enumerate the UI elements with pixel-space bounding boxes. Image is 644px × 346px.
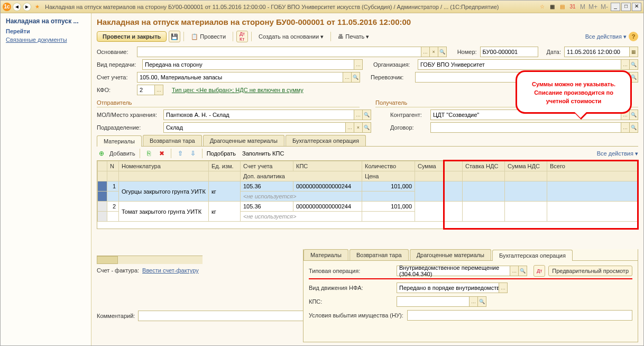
dots-icon[interactable]: … (510, 266, 518, 276)
dots-icon[interactable]: … (621, 60, 629, 69)
tab-return-tare[interactable]: Возвратная тара (143, 135, 202, 146)
lookup-icon[interactable]: 🔍 (629, 60, 638, 69)
date-label: Дата: (547, 49, 561, 55)
restore-button[interactable]: □ (621, 3, 631, 11)
calendar-icon[interactable]: 31 (568, 3, 577, 11)
dtkt-icon[interactable]: ДтКт (236, 31, 248, 42)
add-icon[interactable]: ⊕ (97, 149, 106, 158)
post-button[interactable]: 📋 Провести (187, 31, 229, 42)
basis-input[interactable]: …×🔍 (137, 47, 447, 57)
kps2-input[interactable]: …🔍 (397, 296, 486, 307)
preview-button[interactable]: Предварительный просмотр (548, 266, 632, 276)
tab-precious[interactable]: Драгоценные материалы (203, 135, 284, 146)
dots-icon[interactable]: … (499, 283, 507, 293)
dots-icon[interactable]: … (154, 85, 163, 95)
table-row[interactable]: 1 Огурцы закрытого грунта УИТК кг 105.36… (98, 181, 638, 192)
clear-icon[interactable]: × (429, 47, 438, 57)
invoice-link[interactable]: Ввести счет-фактуру (142, 267, 199, 274)
fav2-icon[interactable]: ☆ (538, 3, 547, 11)
all-actions-link[interactable]: Все действия ▾ (585, 33, 627, 40)
create-based-button[interactable]: Создать на основании ▾ (255, 31, 327, 42)
mol-input[interactable]: Пантюхов А. Н. - Склад…🔍 (163, 110, 371, 120)
m-plus-button[interactable]: M+ (587, 3, 599, 11)
tab-accounting[interactable]: Бухгалтерская операция (286, 135, 366, 146)
lookup-icon[interactable]: 🔍 (362, 123, 371, 132)
contract-input[interactable]: …🔍 (430, 122, 638, 133)
transfer-type-label: Вид передачи: (97, 61, 139, 68)
lookup-icon[interactable]: 🔍 (477, 297, 486, 306)
account-label: Счет учета: (97, 74, 134, 80)
nav-back-icon[interactable]: ◄ (13, 3, 21, 11)
org-input[interactable]: ГОБУ ВПО Университет…🔍 (418, 59, 638, 70)
tool-icon-1[interactable]: ▦ (548, 3, 557, 11)
materials-grid: N Номенклатура Ед. изм. Счет учета КПС К… (97, 160, 638, 229)
help-icon[interactable]: ? (629, 32, 638, 41)
sender-header: Отправитель (97, 99, 360, 107)
calendar-picker-icon[interactable]: ▦ (629, 47, 638, 57)
lookup-icon[interactable]: 🔍 (362, 110, 371, 120)
dtkt2-icon[interactable]: Дт (533, 265, 545, 277)
dept-input[interactable]: Склад…×🔍 (163, 122, 371, 133)
close-button[interactable]: ✕ (632, 3, 641, 11)
transfer-type-input[interactable]: Передача на сторону… (142, 59, 363, 70)
fill-kps-button[interactable]: Заполнить КПС (242, 150, 284, 157)
disposal-input[interactable] (407, 310, 632, 321)
dots-icon[interactable]: … (345, 123, 354, 132)
lookup-icon[interactable]: 🔍 (518, 266, 527, 276)
kfo-input[interactable]: 2… (137, 85, 163, 95)
move-up-icon[interactable]: ⇧ (176, 149, 185, 158)
lower-panel: Материалы Возвратная тара Драгоценные ма… (303, 249, 638, 342)
dots-icon[interactable]: … (354, 60, 362, 69)
nav-fwd-icon[interactable]: ► (23, 3, 31, 11)
org-label: Организация: (373, 61, 415, 68)
table-row[interactable]: 2 Томат закрытого грунта УИТК кг 105.36 … (98, 202, 638, 212)
document-title: Накладная на отпуск материалов на сторон… (97, 17, 638, 26)
delete-icon[interactable]: ✖ (157, 149, 167, 158)
table-all-actions[interactable]: Все действия ▾ (597, 150, 638, 157)
m-button[interactable]: M (578, 3, 587, 11)
copy-icon[interactable]: ⎘ (144, 149, 154, 158)
ltab-precious[interactable]: Драгоценные материалы (410, 249, 491, 260)
basis-label: Основание: (97, 49, 134, 55)
dots-icon[interactable]: … (469, 297, 477, 306)
ltab-tare[interactable]: Возвратная тара (349, 249, 409, 260)
date-input[interactable]: 11.05.2016 12:00:00▦ (564, 47, 638, 57)
lookup-icon[interactable]: 🔍 (438, 47, 446, 57)
sidebar-link-goto[interactable]: Перейти (6, 28, 86, 34)
mol-label: МОЛ/Место хранения: (97, 112, 160, 118)
save-icon[interactable]: 💾 (169, 31, 180, 42)
nfa-label: Вид движения НФА: (309, 285, 393, 291)
dots-icon[interactable]: … (621, 123, 629, 132)
nfa-input[interactable]: Передано в порядке внутриведомстве… (397, 283, 508, 293)
clear-icon[interactable]: × (354, 123, 362, 132)
content-area: Накладная на отпуск материалов на сторон… (91, 13, 643, 345)
dots-icon[interactable]: … (354, 110, 362, 120)
lookup-icon[interactable]: 🔍 (629, 110, 638, 120)
print-button[interactable]: 🖶 Печать ▾ (334, 31, 373, 42)
ltab-materials[interactable]: Материалы (303, 249, 348, 260)
lookup-icon[interactable]: 🔍 (351, 72, 360, 82)
ltab-accounting[interactable]: Бухгалтерская операция (492, 250, 573, 261)
sidebar-link-related[interactable]: Связанные документы (6, 37, 86, 43)
dots-icon[interactable]: … (421, 47, 429, 57)
h-scrollbar[interactable] (97, 256, 203, 264)
carrier-label: Перевозчик: (371, 74, 412, 80)
sidebar-title: Накладная на отпуск ... (6, 17, 86, 25)
dots-icon[interactable]: … (343, 72, 351, 82)
add-button[interactable]: Добавить (109, 150, 135, 157)
pick-button[interactable]: Подобрать (207, 150, 236, 157)
price-type-link[interactable]: Тип цен: <Не выбран>; НДС не включен в с… (172, 87, 303, 93)
tool-icon-2[interactable]: ▤ (558, 3, 567, 11)
table-toolbar: ⊕ Добавить ⎘ ✖ ⇧ ⇩ Подобрать Заполнить К… (97, 147, 638, 160)
lookup-icon[interactable]: 🔍 (629, 123, 638, 132)
post-and-close-button[interactable]: Провести и закрыть (97, 31, 167, 42)
favorite-icon[interactable]: ★ (33, 3, 41, 11)
move-down-icon[interactable]: ⇩ (188, 149, 198, 158)
op-input[interactable]: Внутриведомственное перемещение (304.04.… (397, 266, 527, 276)
minimize-button[interactable]: _ (611, 3, 620, 11)
tab-materials[interactable]: Материалы (97, 135, 142, 147)
number-input[interactable]: БУ00-000001 (480, 47, 538, 57)
m-minus-button[interactable]: M- (599, 3, 610, 11)
op-label: Типовая операция: (309, 268, 393, 274)
account-input[interactable]: 105.00, Материальные запасы…🔍 (137, 72, 360, 83)
